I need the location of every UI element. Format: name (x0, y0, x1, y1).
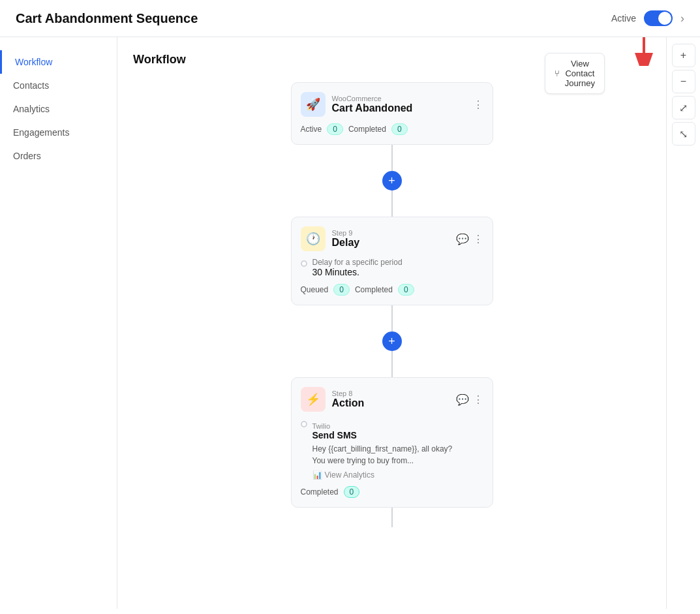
action-detail-container: Twilio Send SMS Hey {{cart_billing_first… (301, 418, 483, 480)
completed-badge-3: 0 (344, 486, 360, 498)
card-header-left-1: 🚀 WooCommerce Cart Abandoned (301, 92, 413, 117)
sidebar: Workflow Contacts Analytics Engagements … (0, 37, 117, 609)
card-name-1: Cart Abandoned (332, 102, 413, 114)
delay-card[interactable]: 🕐 Step 9 Delay 💬 ⋮ Delay for a spec (291, 217, 493, 305)
active-toggle[interactable] (644, 10, 673, 26)
card-icon-delay: 🕐 (301, 226, 326, 251)
card-footer-1: Active 0 Completed 0 (301, 123, 483, 135)
delay-detail: Delay for a specific period 30 Minutes. (301, 258, 483, 277)
connector-3 (391, 305, 393, 331)
chevron-right-icon[interactable]: › (680, 12, 684, 25)
collapse-button[interactable]: ⤡ (672, 122, 695, 146)
card-menu-icon-1[interactable]: ⋮ (473, 99, 483, 111)
journey-icon: ⑂ (555, 69, 560, 78)
card-subtitle-3: Step 8 (332, 390, 365, 397)
connector-1 (391, 145, 393, 171)
add-step-button-2[interactable]: + (382, 331, 402, 351)
action-card[interactable]: ⚡ Step 8 Action 💬 ⋮ Twilio (291, 377, 493, 508)
add-step-button-1[interactable]: + (382, 171, 402, 191)
card-footer-2: Queued 0 Completed 0 (301, 284, 483, 296)
card-subtitle-1: WooCommerce (332, 95, 413, 102)
view-analytics-label: View Analytics (325, 470, 374, 480)
card-menu-icon-2[interactable]: ⋮ (473, 233, 483, 245)
view-analytics-button[interactable]: 📊 View Analytics (312, 470, 453, 480)
delay-detail-value: 30 Minutes. (312, 267, 403, 277)
zoom-out-button[interactable]: − (672, 70, 695, 93)
card-info-2: Step 9 Delay (332, 229, 360, 249)
action-detail: Twilio Send SMS Hey {{cart_billing_first… (312, 422, 453, 480)
status-label-completed-2: Completed (355, 285, 393, 294)
connector-bottom (391, 508, 393, 527)
card-icon-action: ⚡ (301, 387, 326, 412)
card-footer-3: Completed 0 (301, 486, 483, 498)
status-label-active: Active (301, 125, 322, 134)
card-header-3: ⚡ Step 8 Action 💬 ⋮ (301, 387, 483, 412)
sidebar-item-orders[interactable]: Orders (0, 144, 117, 168)
card-icon-woocommerce: 🚀 (301, 92, 326, 117)
header: Cart Abandonment Sequence Active › (0, 0, 700, 37)
sidebar-item-engagements[interactable]: Engagements (0, 121, 117, 144)
detail-dot-2 (301, 421, 307, 427)
card-info-3: Step 8 Action (332, 390, 365, 409)
header-right: Active › (611, 10, 684, 26)
analytics-icon: 📊 (312, 470, 322, 480)
status-label-queued: Queued (301, 285, 329, 294)
card-actions-2: 💬 ⋮ (456, 233, 483, 245)
workflow-canvas: 🚀 WooCommerce Cart Abandoned ⋮ Active 0 … (133, 82, 650, 527)
sidebar-item-contacts[interactable]: Contacts (0, 74, 117, 97)
right-toolbar: + − ⤢ ⤡ (666, 37, 700, 609)
active-label: Active (611, 13, 636, 23)
connector-2 (391, 191, 393, 217)
card-actions-1: ⋮ (473, 99, 483, 111)
card-actions-3: 💬 ⋮ (456, 393, 483, 406)
detail-dot-1 (301, 260, 307, 267)
main-content: Workflow ⑂ View Contact Journey (117, 37, 666, 609)
action-message: Hey {{cart_billing_first_name}}, all oka… (312, 443, 453, 467)
status-label-completed-1: Completed (348, 125, 386, 134)
main-layout: Workflow Contacts Analytics Engagements … (0, 37, 700, 609)
completed-badge-1: 0 (391, 123, 408, 135)
card-comment-icon-3[interactable]: 💬 (456, 393, 469, 406)
card-comment-icon-2[interactable]: 💬 (456, 233, 469, 245)
zoom-in-button[interactable]: + (672, 44, 695, 67)
card-header-2: 🕐 Step 9 Delay 💬 ⋮ (301, 226, 483, 251)
card-subtitle-2: Step 9 (332, 229, 360, 237)
queued-badge: 0 (333, 284, 350, 296)
page-title: Cart Abandonment Sequence (16, 11, 198, 26)
completed-badge-2: 0 (398, 284, 414, 296)
sidebar-item-workflow[interactable]: Workflow (0, 50, 117, 74)
trigger-card[interactable]: 🚀 WooCommerce Cart Abandoned ⋮ Active 0 … (291, 82, 493, 145)
delay-detail-text: Delay for a specific period (312, 258, 403, 267)
card-menu-icon-3[interactable]: ⋮ (473, 393, 483, 406)
expand-button[interactable]: ⤢ (672, 96, 695, 119)
active-badge: 0 (327, 123, 343, 135)
card-header-left-3: ⚡ Step 8 Action (301, 387, 365, 412)
connector-4 (391, 351, 393, 377)
card-info-1: WooCommerce Cart Abandoned (332, 95, 413, 114)
card-header-1: 🚀 WooCommerce Cart Abandoned ⋮ (301, 92, 483, 117)
status-label-completed-3: Completed (301, 487, 339, 497)
sidebar-item-analytics[interactable]: Analytics (0, 97, 117, 121)
card-header-left-2: 🕐 Step 9 Delay (301, 226, 360, 251)
action-provider: Twilio (312, 422, 453, 430)
card-name-3: Action (332, 397, 365, 409)
action-name: Send SMS (312, 430, 453, 440)
delay-info: Delay for a specific period 30 Minutes. (312, 258, 403, 277)
card-name-2: Delay (332, 237, 360, 249)
